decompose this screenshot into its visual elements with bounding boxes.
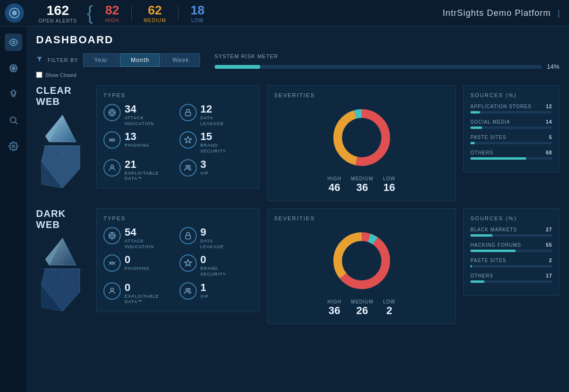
page-title: DASHBOARD [36, 34, 559, 46]
dark-web-types-grid: 54 ATTACKINDICATION 9 DATALEAKAGE [103, 227, 253, 305]
dw-brand-icon [179, 254, 197, 272]
filter-icon [36, 56, 43, 64]
dark-web-donut: HIGH 36 MEDIUM 26 LOW 2 [274, 227, 449, 317]
type-brand-security: 15 BRANDSECURITY [179, 131, 253, 154]
filter-buttons: Year Month Week [83, 53, 200, 67]
dark-web-sources-panel: SOURCES (%) BLACK MARKETS 27 HACKING [463, 208, 559, 296]
high-alerts: 82 HIGH [96, 3, 129, 23]
vip-icon [179, 159, 197, 177]
type-exploitable: 21 EXPLOITABLEDATA™ [103, 159, 177, 182]
clear-web-severities-panel: SEVERITIES HIG [267, 85, 456, 201]
svg-point-4 [10, 117, 16, 123]
type-attack-indication: 34 ATTACKINDICATION [103, 104, 177, 126]
dw-type-attack: 54 ATTACKINDICATION [103, 227, 177, 250]
dw-type-brand: 0 BRANDSECURITY [179, 254, 253, 277]
dw-vip-icon [179, 282, 197, 300]
divider [178, 6, 178, 20]
leakage-icon [179, 104, 197, 121]
filter-label: FILTER BY [48, 57, 78, 63]
alerts-section: 162 OPEN ALERTS { 82 HIGH 62 MEDIUM 18 L… [31, 2, 214, 24]
dw-vip-info: 1 VIP [201, 282, 209, 300]
dw-leakage-icon [179, 227, 197, 244]
medium-alerts: 62 MEDIUM [134, 3, 176, 23]
clear-web-sources-list: APPLICATION STORES 12 SOCIAL MEDIA 14 [470, 104, 552, 160]
svg-point-1 [12, 11, 17, 15]
dw-attack-icon [103, 227, 121, 244]
clear-web-label: CLEAR WEB [36, 85, 89, 190]
risk-meter-fill [215, 65, 260, 69]
sidebar-icon-bio[interactable] [5, 60, 22, 77]
svg-point-44 [111, 288, 114, 291]
show-closed-checkbox[interactable]: Show Closed [36, 72, 200, 78]
type-vip: 3 VIP [179, 159, 253, 182]
risk-percent: 14% [547, 63, 559, 70]
clear-web-types-panel: TYPES 34 ATTACKINDICATION [96, 85, 260, 189]
phishing-icon [103, 131, 121, 149]
dw-type-exploitable: 0 EXPLOITABLEDATA™ [103, 282, 177, 305]
type-phishing-info: 13 PHISHING [125, 131, 150, 149]
type-leakage-info: 12 DATALEAKAGE [201, 104, 224, 126]
show-closed-input[interactable] [36, 72, 42, 78]
dw-source-hacking-forums: HACKING FORUMS 55 [470, 242, 552, 252]
clear-web-iceberg [36, 111, 89, 188]
dw-phishing-info: 0 PHISHING [125, 254, 150, 272]
app-title: IntrSights Demo Platform | [443, 8, 564, 18]
svg-point-38 [111, 234, 114, 237]
dw-type-phishing: 0 PHISHING [103, 254, 177, 277]
sev-low: LOW 16 [383, 176, 395, 194]
dark-web-sources-list: BLACK MARKETS 27 HACKING FORUMS 55 [470, 227, 552, 283]
risk-meter-bar: 14% [215, 63, 559, 70]
type-vip-info: 3 VIP [201, 159, 209, 177]
clear-web-donut: HIGH 46 MEDIUM 36 LOW 16 [274, 104, 449, 194]
dw-type-leakage: 9 DATALEAKAGE [179, 227, 253, 250]
sidebar-icon-gear[interactable] [5, 138, 22, 155]
sidebar-icon-bug[interactable] [5, 86, 22, 103]
brand-icon [179, 131, 197, 149]
severity-labels: HIGH 46 MEDIUM 36 LOW 16 [328, 176, 395, 194]
dw-leakage-info: 9 DATALEAKAGE [201, 227, 224, 250]
svg-line-5 [15, 122, 17, 125]
filter-year-button[interactable]: Year [83, 53, 119, 67]
total-alerts: 162 OPEN ALERTS [31, 3, 84, 24]
clear-web-types-grid: 34 ATTACKINDICATION 12 DATALEAKAGE [103, 104, 253, 182]
sidebar-icon-search[interactable] [5, 112, 22, 129]
dw-type-vip: 1 VIP [179, 282, 253, 305]
dark-web-label: DARK WEB [36, 208, 89, 313]
exploitable-icon [103, 159, 121, 177]
filter-bar: FILTER BY Year Month Week [36, 53, 200, 67]
dw-brand-info: 0 BRANDSECURITY [201, 254, 227, 277]
dw-phishing-icon [103, 254, 121, 272]
dw-source-black-markets: BLACK MARKETS 27 [470, 227, 552, 237]
type-exploitable-info: 21 EXPLOITABLEDATA™ [125, 159, 159, 182]
source-paste-sites: PASTE SITES 5 [470, 135, 552, 144]
dw-sev-medium: MEDIUM 26 [351, 299, 374, 317]
dw-attack-info: 54 ATTACKINDICATION [125, 227, 154, 250]
brace-left: { [87, 2, 93, 24]
dark-web-donut-chart [328, 227, 395, 294]
risk-meter-label: SYSTEM RISK METER [215, 53, 559, 59]
svg-rect-43 [185, 235, 190, 239]
sev-high: HIGH 46 [328, 176, 341, 194]
svg-rect-21 [185, 112, 190, 116]
dw-sev-low: LOW 2 [383, 299, 395, 317]
topbar: 162 OPEN ALERTS { 82 HIGH 62 MEDIUM 18 L… [0, 0, 569, 26]
filter-month-button[interactable]: Month [120, 53, 160, 67]
dark-web-iceberg [36, 234, 89, 311]
type-attack-info: 34 ATTACKINDICATION [125, 104, 154, 126]
dw-sev-high: HIGH 36 [328, 299, 341, 317]
source-app-stores: APPLICATION STORES 12 [470, 104, 552, 114]
sidebar-icon-eye[interactable] [5, 34, 22, 51]
svg-point-24 [188, 165, 190, 168]
dark-web-section: DARK WEB [36, 208, 559, 324]
clear-web-section: CLEAR WEB [36, 85, 559, 201]
divider [131, 6, 132, 20]
filter-week-button[interactable]: Week [161, 53, 200, 67]
type-phishing: 13 PHISHING [103, 131, 177, 154]
type-data-leakage: 12 DATALEAKAGE [179, 104, 253, 126]
svg-point-2 [12, 41, 14, 44]
risk-meter-section: SYSTEM RISK METER 14% [215, 53, 559, 70]
risk-meter-track [215, 65, 542, 69]
logo [5, 3, 24, 23]
dw-source-paste-sites: PASTE SITES 2 [470, 258, 552, 267]
svg-point-6 [12, 145, 14, 148]
